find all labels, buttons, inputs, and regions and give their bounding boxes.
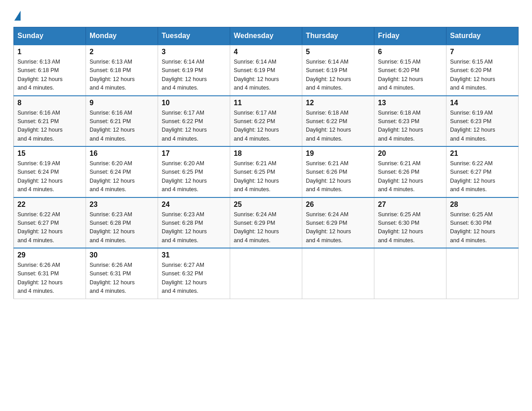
day-info: Sunrise: 6:23 AMSunset: 6:28 PMDaylight:… <box>162 210 226 245</box>
calendar-cell: 6Sunrise: 6:15 AMSunset: 6:20 PMDaylight… <box>374 45 446 96</box>
day-info: Sunrise: 6:19 AMSunset: 6:23 PMDaylight:… <box>450 109 515 144</box>
day-number: 11 <box>234 99 298 107</box>
header-day-monday: Monday <box>86 27 158 45</box>
day-info: Sunrise: 6:21 AMSunset: 6:26 PMDaylight:… <box>306 159 370 194</box>
week-row-3: 15Sunrise: 6:19 AMSunset: 6:24 PMDayligh… <box>14 146 519 197</box>
calendar-cell: 14Sunrise: 6:19 AMSunset: 6:23 PMDayligh… <box>446 96 519 147</box>
calendar-cell: 26Sunrise: 6:24 AMSunset: 6:29 PMDayligh… <box>302 197 374 248</box>
day-number: 13 <box>378 99 442 107</box>
calendar-cell: 12Sunrise: 6:18 AMSunset: 6:22 PMDayligh… <box>302 96 374 147</box>
day-number: 21 <box>450 150 515 158</box>
calendar-cell: 20Sunrise: 6:21 AMSunset: 6:26 PMDayligh… <box>374 146 446 197</box>
header-row: SundayMondayTuesdayWednesdayThursdayFrid… <box>14 27 519 45</box>
calendar-header: SundayMondayTuesdayWednesdayThursdayFrid… <box>14 27 519 45</box>
day-number: 17 <box>162 150 226 158</box>
logo-top <box>13 9 21 21</box>
day-number: 25 <box>234 201 298 209</box>
calendar-cell: 5Sunrise: 6:14 AMSunset: 6:19 PMDaylight… <box>302 45 374 96</box>
day-number: 6 <box>378 48 442 56</box>
calendar-cell <box>446 248 519 299</box>
calendar-cell: 21Sunrise: 6:22 AMSunset: 6:27 PMDayligh… <box>446 146 519 197</box>
week-row-5: 29Sunrise: 6:26 AMSunset: 6:31 PMDayligh… <box>14 248 519 299</box>
calendar-cell: 1Sunrise: 6:13 AMSunset: 6:18 PMDaylight… <box>14 45 86 96</box>
day-info: Sunrise: 6:14 AMSunset: 6:19 PMDaylight:… <box>234 58 298 93</box>
day-number: 29 <box>17 251 82 259</box>
day-info: Sunrise: 6:25 AMSunset: 6:30 PMDaylight:… <box>378 210 442 245</box>
day-number: 5 <box>306 48 370 56</box>
calendar-cell: 30Sunrise: 6:26 AMSunset: 6:31 PMDayligh… <box>86 248 158 299</box>
day-info: Sunrise: 6:16 AMSunset: 6:21 PMDaylight:… <box>90 109 154 144</box>
day-number: 16 <box>90 150 154 158</box>
day-info: Sunrise: 6:23 AMSunset: 6:28 PMDaylight:… <box>90 210 154 245</box>
day-info: Sunrise: 6:27 AMSunset: 6:32 PMDaylight:… <box>162 261 226 296</box>
day-number: 31 <box>162 251 226 259</box>
header-day-wednesday: Wednesday <box>230 27 302 45</box>
calendar-cell: 17Sunrise: 6:20 AMSunset: 6:25 PMDayligh… <box>158 146 230 197</box>
day-info: Sunrise: 6:18 AMSunset: 6:22 PMDaylight:… <box>306 109 370 144</box>
day-info: Sunrise: 6:20 AMSunset: 6:25 PMDaylight:… <box>162 159 226 194</box>
day-info: Sunrise: 6:14 AMSunset: 6:19 PMDaylight:… <box>306 58 370 93</box>
day-info: Sunrise: 6:17 AMSunset: 6:22 PMDaylight:… <box>234 109 298 144</box>
day-info: Sunrise: 6:13 AMSunset: 6:18 PMDaylight:… <box>17 58 82 93</box>
day-info: Sunrise: 6:25 AMSunset: 6:30 PMDaylight:… <box>450 210 515 245</box>
calendar-cell: 19Sunrise: 6:21 AMSunset: 6:26 PMDayligh… <box>302 146 374 197</box>
header-day-tuesday: Tuesday <box>158 27 230 45</box>
day-number: 7 <box>450 48 515 56</box>
day-info: Sunrise: 6:26 AMSunset: 6:31 PMDaylight:… <box>90 261 154 296</box>
calendar-cell: 24Sunrise: 6:23 AMSunset: 6:28 PMDayligh… <box>158 197 230 248</box>
calendar-cell: 13Sunrise: 6:18 AMSunset: 6:23 PMDayligh… <box>374 96 446 147</box>
calendar-cell <box>230 248 302 299</box>
calendar-cell: 15Sunrise: 6:19 AMSunset: 6:24 PMDayligh… <box>14 146 86 197</box>
header-day-sunday: Sunday <box>14 27 86 45</box>
calendar-cell: 10Sunrise: 6:17 AMSunset: 6:22 PMDayligh… <box>158 96 230 147</box>
calendar-cell <box>374 248 446 299</box>
calendar-cell: 27Sunrise: 6:25 AMSunset: 6:30 PMDayligh… <box>374 197 446 248</box>
day-info: Sunrise: 6:21 AMSunset: 6:26 PMDaylight:… <box>378 159 442 194</box>
calendar-table: SundayMondayTuesdayWednesdayThursdayFrid… <box>13 27 519 299</box>
day-info: Sunrise: 6:14 AMSunset: 6:19 PMDaylight:… <box>162 58 226 93</box>
calendar-cell: 9Sunrise: 6:16 AMSunset: 6:21 PMDaylight… <box>86 96 158 147</box>
day-info: Sunrise: 6:15 AMSunset: 6:20 PMDaylight:… <box>450 58 515 93</box>
calendar-cell <box>302 248 374 299</box>
day-number: 23 <box>90 201 154 209</box>
page-header <box>13 9 519 20</box>
day-number: 10 <box>162 99 226 107</box>
day-number: 27 <box>378 201 442 209</box>
calendar-body: 1Sunrise: 6:13 AMSunset: 6:18 PMDaylight… <box>14 45 519 299</box>
day-number: 2 <box>90 48 154 56</box>
calendar-cell: 4Sunrise: 6:14 AMSunset: 6:19 PMDaylight… <box>230 45 302 96</box>
day-info: Sunrise: 6:15 AMSunset: 6:20 PMDaylight:… <box>378 58 442 93</box>
day-info: Sunrise: 6:26 AMSunset: 6:31 PMDaylight:… <box>17 261 82 296</box>
day-number: 18 <box>234 150 298 158</box>
day-number: 12 <box>306 99 370 107</box>
header-day-friday: Friday <box>374 27 446 45</box>
day-info: Sunrise: 6:22 AMSunset: 6:27 PMDaylight:… <box>450 159 515 194</box>
day-number: 14 <box>450 99 515 107</box>
day-number: 24 <box>162 201 226 209</box>
day-info: Sunrise: 6:24 AMSunset: 6:29 PMDaylight:… <box>234 210 298 245</box>
day-info: Sunrise: 6:13 AMSunset: 6:18 PMDaylight:… <box>90 58 154 93</box>
day-info: Sunrise: 6:16 AMSunset: 6:21 PMDaylight:… <box>17 109 82 144</box>
week-row-4: 22Sunrise: 6:22 AMSunset: 6:27 PMDayligh… <box>14 197 519 248</box>
day-info: Sunrise: 6:19 AMSunset: 6:24 PMDaylight:… <box>17 159 82 194</box>
calendar-cell: 31Sunrise: 6:27 AMSunset: 6:32 PMDayligh… <box>158 248 230 299</box>
day-number: 1 <box>17 48 82 56</box>
day-info: Sunrise: 6:24 AMSunset: 6:29 PMDaylight:… <box>306 210 370 245</box>
calendar-cell: 7Sunrise: 6:15 AMSunset: 6:20 PMDaylight… <box>446 45 519 96</box>
calendar-cell: 22Sunrise: 6:22 AMSunset: 6:27 PMDayligh… <box>14 197 86 248</box>
day-info: Sunrise: 6:22 AMSunset: 6:27 PMDaylight:… <box>17 210 82 245</box>
day-info: Sunrise: 6:21 AMSunset: 6:25 PMDaylight:… <box>234 159 298 194</box>
day-number: 8 <box>17 99 82 107</box>
day-number: 4 <box>234 48 298 56</box>
day-number: 26 <box>306 201 370 209</box>
calendar-cell: 2Sunrise: 6:13 AMSunset: 6:18 PMDaylight… <box>86 45 158 96</box>
calendar-cell: 3Sunrise: 6:14 AMSunset: 6:19 PMDaylight… <box>158 45 230 96</box>
calendar-cell: 25Sunrise: 6:24 AMSunset: 6:29 PMDayligh… <box>230 197 302 248</box>
calendar-cell: 29Sunrise: 6:26 AMSunset: 6:31 PMDayligh… <box>14 248 86 299</box>
calendar-cell: 11Sunrise: 6:17 AMSunset: 6:22 PMDayligh… <box>230 96 302 147</box>
calendar-cell: 8Sunrise: 6:16 AMSunset: 6:21 PMDaylight… <box>14 96 86 147</box>
header-day-thursday: Thursday <box>302 27 374 45</box>
day-number: 19 <box>306 150 370 158</box>
calendar-cell: 23Sunrise: 6:23 AMSunset: 6:28 PMDayligh… <box>86 197 158 248</box>
day-number: 9 <box>90 99 154 107</box>
